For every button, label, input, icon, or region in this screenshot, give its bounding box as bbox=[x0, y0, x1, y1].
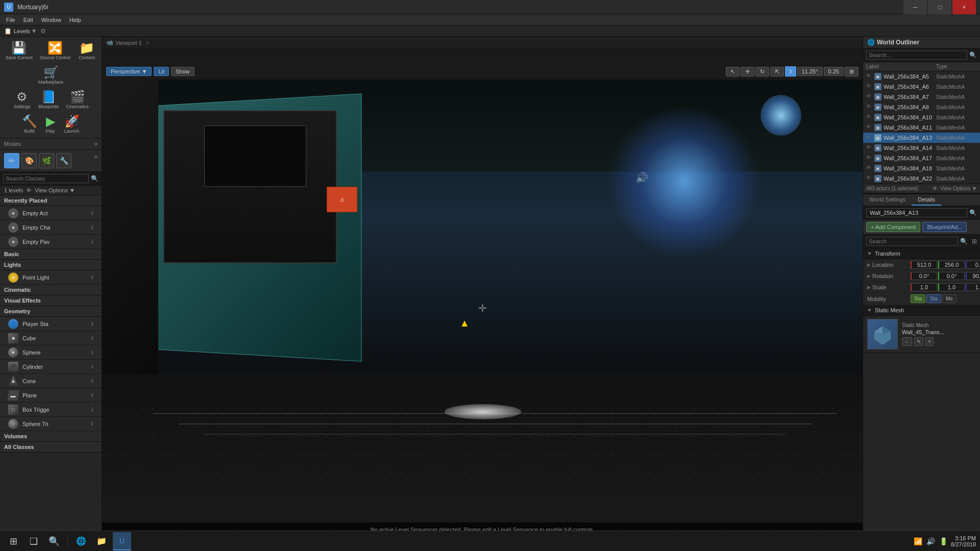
levels-dropdown[interactable]: ▼ bbox=[31, 28, 37, 35]
mode-paint[interactable]: 🎨 bbox=[21, 153, 37, 168]
location-z-input[interactable] bbox=[966, 261, 980, 269]
vp-layout-btn[interactable]: ⊞ bbox=[845, 67, 859, 77]
visual-effects-header[interactable]: Visual Effects bbox=[0, 295, 102, 306]
show-btn[interactable]: Show bbox=[171, 67, 194, 76]
tray-network[interactable]: 📶 bbox=[913, 536, 923, 546]
mobility-static-btn[interactable]: Sta bbox=[911, 294, 925, 303]
taskbar-chrome[interactable]: 🌐 bbox=[72, 532, 90, 550]
details-grid-icon[interactable]: ⊞ bbox=[972, 238, 977, 245]
class-item-plane[interactable]: ▬ Plane ℹ bbox=[0, 388, 102, 403]
details-search-input[interactable] bbox=[866, 237, 958, 246]
menu-window[interactable]: Window bbox=[37, 17, 65, 23]
vp-grid-btn[interactable]: 3 bbox=[785, 66, 796, 77]
basic-section-header[interactable]: Basic bbox=[0, 249, 102, 260]
toolbar-launch[interactable]: 🚀 Launch bbox=[61, 112, 83, 136]
outliner-item-5[interactable]: 👁 ▣ Wall_256x384_A11 StaticMeshA bbox=[863, 122, 980, 133]
geometry-section-header[interactable]: Geometry bbox=[0, 306, 102, 317]
vp-tool-move[interactable]: ✛ bbox=[741, 67, 754, 77]
transform-section-header[interactable]: Transform bbox=[863, 248, 980, 259]
close-btn[interactable]: × bbox=[952, 0, 976, 14]
mode-more[interactable]: » bbox=[94, 153, 97, 168]
rotation-x-input[interactable] bbox=[911, 272, 937, 280]
levels-settings[interactable]: ⚙ bbox=[40, 28, 46, 35]
menu-file[interactable]: File bbox=[2, 17, 19, 23]
class-item-empty-act[interactable]: ● Empty Act ℹ bbox=[0, 206, 102, 220]
mode-foliage[interactable]: 🌿 bbox=[39, 153, 54, 168]
search-classes-input[interactable] bbox=[3, 174, 89, 183]
sm-clear-btn[interactable]: × bbox=[925, 337, 934, 346]
actor-eye-icon[interactable]: 👁 bbox=[933, 186, 938, 191]
vp-scale-btn[interactable]: 0.25 bbox=[824, 67, 844, 76]
viewport-close[interactable]: × bbox=[146, 40, 149, 46]
outliner-item-6[interactable]: 👁 ▣ Wall_256x384_A13 StaticMeshA bbox=[863, 133, 980, 143]
class-item-empty-pav[interactable]: ● Empty Pav ℹ bbox=[0, 235, 102, 249]
toolbar-marketplace[interactable]: 🛒 Marketplace bbox=[35, 63, 66, 87]
outliner-item-10[interactable]: 👁 ▣ Wall_256x384_A22 StaticMeshA bbox=[863, 173, 980, 184]
taskbar-clock[interactable]: 3:16 PM 8/27/2018 bbox=[951, 535, 976, 547]
viewport[interactable]: Perspective ▼ Lit Show ↖ ✛ ↻ ⇱ bbox=[102, 49, 863, 551]
scale-z-input[interactable] bbox=[966, 283, 980, 291]
static-mesh-section-header[interactable]: Static Mesh bbox=[863, 305, 980, 316]
add-component-btn[interactable]: + Add Component bbox=[866, 222, 920, 232]
menu-help[interactable]: Help bbox=[65, 17, 85, 23]
tray-volume[interactable]: 🔊 bbox=[925, 536, 936, 546]
class-item-box-trigger[interactable]: □ Box Trigge ℹ bbox=[0, 403, 102, 417]
outliner-item-3[interactable]: 👁 ▣ Wall_256x384_A8 StaticMeshA bbox=[863, 102, 980, 112]
vp-tool-scale[interactable]: ⇱ bbox=[770, 67, 784, 77]
class-item-cylinder[interactable]: ⬛ Cylinder ℹ bbox=[0, 360, 102, 374]
lit-btn[interactable]: Lit bbox=[154, 67, 169, 76]
toolbar-play[interactable]: ▶ Play bbox=[41, 112, 60, 136]
start-button[interactable]: ⊞ bbox=[4, 532, 22, 550]
modes-expand[interactable]: » bbox=[94, 140, 97, 147]
lights-section-header[interactable]: Lights bbox=[0, 260, 102, 270]
taskbar-explorer[interactable]: 📁 bbox=[92, 532, 111, 550]
class-item-cube[interactable]: ■ Cube ℹ bbox=[0, 331, 102, 345]
outliner-item-4[interactable]: 👁 ▣ Wall_256x384_A10 StaticMeshA bbox=[863, 112, 980, 122]
blueprint-btn[interactable]: Blueprint/Ad... bbox=[922, 222, 967, 232]
toolbar-save[interactable]: 💾 Save Current bbox=[3, 39, 36, 62]
vp-tool-rotate[interactable]: ↻ bbox=[755, 67, 769, 77]
sm-edit-btn[interactable]: ✎ bbox=[914, 337, 923, 346]
perspective-btn[interactable]: Perspective ▼ bbox=[106, 67, 152, 76]
actor-name-input[interactable] bbox=[866, 208, 967, 217]
cinematic-section-header[interactable]: Cinematic bbox=[0, 285, 102, 295]
vp-fov-btn[interactable]: 11.25° bbox=[797, 67, 823, 76]
mobility-movable-btn[interactable]: Me bbox=[942, 294, 957, 303]
tray-battery[interactable]: 🔋 bbox=[938, 536, 949, 546]
outliner-item-0[interactable]: 👁 ▣ Wall_256x384_A5 StaticMeshA bbox=[863, 71, 980, 82]
maximize-btn[interactable]: □ bbox=[928, 0, 951, 14]
volumes-header[interactable]: Volumes bbox=[0, 431, 102, 442]
outliner-item-8[interactable]: 👁 ▣ Wall_256x384_A17 StaticMeshA bbox=[863, 153, 980, 163]
search-taskbar[interactable]: 🔍 bbox=[45, 532, 63, 550]
outliner-item-1[interactable]: 👁 ▣ Wall_256x384_A6 StaticMeshA bbox=[863, 82, 980, 92]
mode-place[interactable]: ✏ bbox=[4, 153, 19, 168]
class-item-sphere-tri[interactable]: ○ Sphere Tri ℹ bbox=[0, 417, 102, 431]
all-classes-header[interactable]: All Classes bbox=[0, 442, 102, 453]
toolbar-source[interactable]: 🔀 Source Control bbox=[37, 39, 74, 62]
view-options[interactable]: View Options ▼ bbox=[35, 187, 75, 193]
outliner-search-input[interactable] bbox=[866, 51, 967, 60]
outliner-list[interactable]: 👁 ▣ Wall_256x384_A5 StaticMeshA 👁 ▣ Wall… bbox=[863, 71, 980, 184]
mobility-stationary-btn[interactable]: Sta bbox=[926, 294, 941, 303]
recent-section-header[interactable]: Recently Placed bbox=[0, 195, 102, 206]
sm-browse-btn[interactable]: ← bbox=[902, 337, 912, 346]
rotation-z-input[interactable] bbox=[966, 272, 980, 280]
taskbar-ue4[interactable]: U bbox=[113, 532, 131, 550]
toolbar-cinematics[interactable]: 🎬 Cinematics bbox=[63, 88, 92, 111]
mode-geometry[interactable]: 🔧 bbox=[56, 153, 71, 168]
class-item-point-light[interactable]: ☀ Point Light ℹ bbox=[0, 270, 102, 285]
scale-x-input[interactable] bbox=[911, 283, 937, 291]
rotation-y-input[interactable] bbox=[938, 272, 965, 280]
class-item-empty-cha[interactable]: ● Empty Cha ℹ bbox=[0, 220, 102, 235]
outliner-item-7[interactable]: 👁 ▣ Wall_256x384_A14 StaticMeshA bbox=[863, 143, 980, 153]
class-item-cone[interactable]: ▲ Cone ℹ bbox=[0, 374, 102, 388]
location-x-input[interactable] bbox=[911, 261, 937, 269]
toolbar-settings[interactable]: ⚙ Settings bbox=[10, 88, 34, 111]
details-tab[interactable]: Details bbox=[912, 194, 941, 206]
world-settings-tab[interactable]: World Settings bbox=[863, 194, 912, 206]
scale-y-input[interactable] bbox=[938, 283, 965, 291]
class-item-sphere[interactable]: ● Sphere ℹ bbox=[0, 345, 102, 360]
outliner-item-2[interactable]: 👁 ▣ Wall_256x384_A7 StaticMeshA bbox=[863, 92, 980, 102]
toolbar-content[interactable]: 📁 Content bbox=[75, 39, 99, 62]
eye-icon[interactable]: 👁 bbox=[26, 187, 32, 193]
